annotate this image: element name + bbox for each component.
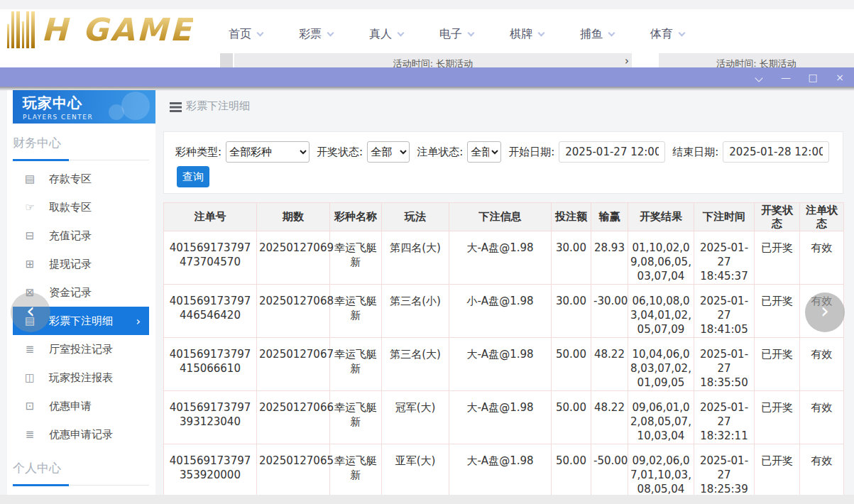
table-header-cell: 注单号 [164, 203, 257, 231]
cell-lottery-name: 幸运飞艇新 [330, 391, 382, 444]
end-date-label: 结束日期: [672, 146, 718, 159]
scroll-right-button[interactable]: › [805, 292, 845, 332]
app-window: H GAME 首页 彩票 真人 电子 棋牌 捕鱼 体 [0, 0, 854, 504]
promo-apply-icon: ⊡ [23, 400, 37, 412]
filter-panel: 彩种类型: 全部彩种 开奖状态: 全部 注单状态: 全部 开始日期: 结束日期:… [163, 131, 843, 194]
recharge-record-icon: ⊟ [23, 229, 37, 242]
nav-item[interactable]: 体育 [650, 27, 684, 42]
cell-bet-amount: 30.00 [552, 285, 591, 338]
search-button[interactable]: 查询 [177, 166, 209, 187]
hamburger-menu-icon[interactable] [170, 102, 182, 104]
background-clipped-text: 活动时间: 长期活动 [659, 53, 854, 67]
cell-period: 20250127067 [257, 338, 330, 391]
hall-bet-record-icon: ≣ [23, 343, 37, 356]
chevron-right-icon: › [136, 314, 141, 328]
lottery-type-select[interactable]: 全部彩种 [226, 141, 310, 163]
chevron-down-icon [257, 30, 264, 37]
cell-bet-amount: 50.00 [552, 338, 591, 391]
site-header: H GAME 首页 彩票 真人 电子 棋牌 捕鱼 体 [0, 0, 854, 67]
nav-item-label: 真人 [369, 27, 392, 42]
bottom-strip [0, 495, 854, 504]
cell-draw-result: 10,04,06,08,03,07,02,01,09,05 [628, 338, 694, 391]
chevron-down-icon [468, 30, 475, 37]
table-body: 401569173797473704570 20250127069 幸运飞艇新 … [164, 231, 844, 498]
withdraw-record-icon: ⊞ [23, 258, 37, 270]
cell-bet-time: 2025-01-27 18:25:39 [694, 444, 755, 498]
bet-status-label: 注单状态: [417, 146, 463, 159]
cell-bet-info: 大-A盘@1.98 [449, 231, 552, 285]
bet-status-select[interactable]: 全部 [467, 141, 501, 163]
sidebar-menu-item[interactable]: ☞ 取款专区 [13, 193, 149, 221]
nav-item[interactable]: 首页 [229, 27, 263, 42]
window-controls: — □ × [753, 67, 845, 87]
table-row: 401569173797353920000 20250127065 幸运飞艇新 … [164, 444, 844, 498]
table-header-cell: 投注额 [552, 203, 591, 231]
nav-item-label: 电子 [439, 27, 462, 42]
chevron-left-icon: ‹ [26, 300, 35, 322]
background-page-strip: 活动时间: 长期活动 › 活动时间: 长期活动 [0, 53, 854, 67]
nav-item[interactable]: 真人 [369, 27, 403, 42]
carousel-next-icon: › [625, 55, 629, 67]
breadcrumb: 彩票下注明细 [186, 99, 250, 113]
cell-bet-info: 小-A盘@1.98 [449, 285, 552, 338]
table-row: 401569173797415066610 20250127067 幸运飞艇新 … [164, 338, 844, 391]
draw-status-select[interactable]: 全部 [367, 141, 410, 163]
table-header-cell: 注单状态 [800, 203, 844, 231]
cell-lottery-name: 幸运飞艇新 [330, 285, 382, 338]
cell-bet-amount: 30.00 [552, 231, 591, 285]
sidebar-collapse-button[interactable]: ‹ [11, 292, 50, 332]
sidebar-menu-item[interactable]: ⊡ 优惠申请 [13, 392, 149, 420]
sidebar-menu-item[interactable]: ≣ 厅室投注记录 [13, 335, 149, 363]
section-personal-center: 个人中心 [13, 460, 155, 486]
table-header-cell: 彩种名称 [330, 203, 382, 231]
chevron-down-icon [327, 30, 334, 37]
table-header-cell: 开奖状态 [755, 203, 800, 231]
brand-logo[interactable]: H GAME [7, 11, 193, 48]
sidebar-item-label: 厅室投注记录 [49, 343, 113, 356]
close-button[interactable]: × [834, 72, 845, 82]
section-underline [13, 160, 149, 160]
sidebar-menu-item[interactable]: ≣ 优惠申请记录 [13, 420, 149, 449]
deposit-zone-icon: ▤ [23, 172, 37, 185]
table-header-cell: 输赢 [591, 203, 628, 231]
nav-item[interactable]: 捕鱼 [580, 27, 614, 42]
cell-win-loss: -50.00 [591, 444, 628, 498]
end-date-input[interactable] [723, 141, 829, 163]
nav-item[interactable]: 彩票 [299, 27, 333, 42]
nav-item-label: 捕鱼 [580, 27, 603, 42]
promo-apply-record-icon: ≣ [23, 428, 37, 441]
cell-bet-status: 有效 [800, 231, 844, 285]
background-clipped-text: 活动时间: 长期活动 [234, 53, 632, 67]
cell-order-id: 401569173797393123040 [164, 391, 257, 444]
withdraw-zone-icon: ☞ [23, 201, 37, 214]
chevron-down-icon [538, 30, 545, 37]
table-header-cell: 开奖结果 [628, 203, 694, 231]
sidebar-item-label: 资金记录 [49, 286, 92, 300]
nav-item[interactable]: 电子 [439, 27, 473, 42]
breadcrumb-bar: 彩票下注明细 [156, 87, 854, 127]
window-content: 玩家中心 PLAYERS CENTER 财务中心 ▤ 存款专区 ☞ 取款专区 [0, 87, 854, 504]
maximize-button[interactable]: □ [807, 72, 819, 82]
cell-draw-status: 已开奖 [755, 391, 800, 444]
cell-bet-amount: 50.00 [552, 391, 591, 444]
cell-win-loss: 28.93 [591, 231, 628, 285]
cell-bet-status: 有效 [800, 391, 844, 444]
chevron-down-icon [398, 30, 405, 37]
window-dropdown-button[interactable] [753, 72, 765, 82]
logo-bars-icon [7, 11, 37, 48]
sidebar-menu-item[interactable]: ◫ 玩家投注报表 [13, 363, 149, 392]
sidebar-menu-item[interactable]: ⊟ 充值记录 [13, 221, 149, 250]
sidebar-menu-item[interactable]: ⊞ 提现记录 [13, 250, 149, 278]
cell-bet-time: 2025-01-27 18:45:37 [694, 231, 755, 285]
chevron-down-icon [755, 74, 762, 82]
table-row: 401569173797473704570 20250127069 幸运飞艇新 … [164, 231, 844, 285]
player-bet-report-icon: ◫ [23, 371, 37, 384]
start-date-input[interactable] [559, 141, 665, 163]
sidebar-menu-item[interactable]: ▤ 存款专区 [13, 165, 149, 193]
minimize-button[interactable]: — [780, 72, 792, 82]
main-nav: 首页 彩票 真人 电子 棋牌 捕鱼 体育 [229, 27, 684, 42]
cell-period: 20250127068 [257, 285, 330, 338]
table-header-cell: 期数 [257, 203, 330, 231]
sidebar-item-label: 优惠申请记录 [49, 428, 113, 442]
nav-item[interactable]: 棋牌 [510, 27, 544, 42]
